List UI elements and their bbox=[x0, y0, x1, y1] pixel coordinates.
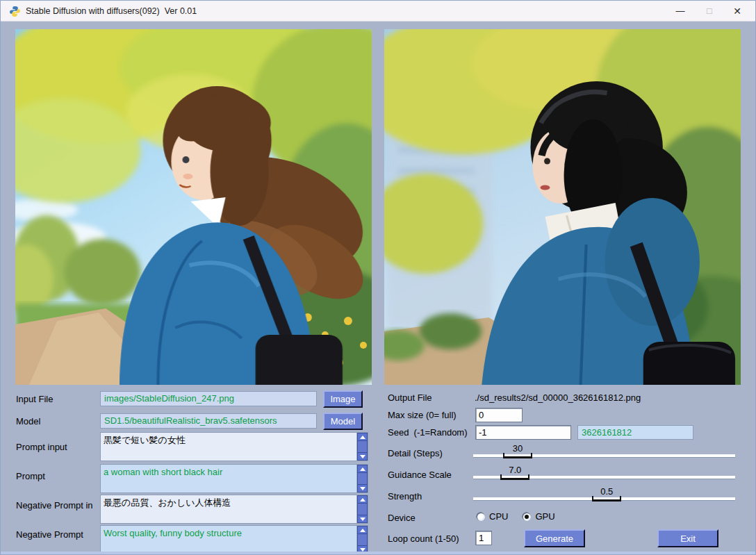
gpu-radio-label[interactable]: GPU bbox=[535, 511, 554, 522]
gpu-radio[interactable] bbox=[522, 512, 531, 521]
max-size-label: Max size (0= full) bbox=[388, 410, 457, 420]
scroll-up-icon[interactable] bbox=[357, 433, 368, 441]
python-app-icon bbox=[9, 6, 21, 17]
strength-slider-value: 0.5 bbox=[593, 486, 621, 497]
app-window: Stable Diffusion with diffusers(092) Ver… bbox=[0, 0, 756, 555]
seed-label: Seed (-1=Random) bbox=[388, 427, 468, 438]
exit-button[interactable]: Exit bbox=[657, 529, 718, 547]
scroll-down-icon[interactable] bbox=[357, 515, 368, 523]
scroll-down-icon[interactable] bbox=[357, 484, 368, 492]
close-button[interactable]: ✕ bbox=[723, 1, 751, 22]
scrollbar[interactable] bbox=[356, 465, 368, 492]
window-title: Stable Diffusion with diffusers(092) Ver… bbox=[26, 1, 197, 22]
output-image-preview bbox=[384, 29, 741, 385]
scrollbar[interactable] bbox=[356, 526, 368, 554]
prompt-label: Prompt bbox=[16, 471, 45, 481]
scrollbar-thumb[interactable] bbox=[357, 441, 368, 452]
loop-count-label: Loop count (1-50) bbox=[388, 533, 459, 544]
window-bottom-edge bbox=[1, 552, 755, 554]
seed-input[interactable]: -1 bbox=[475, 425, 571, 440]
negative-prompt-textarea[interactable]: Worst quality, funny body structure bbox=[100, 525, 368, 554]
prompt-input-label: Prompt input bbox=[16, 442, 67, 452]
strength-slider[interactable]: 0.5 bbox=[473, 486, 735, 504]
scroll-up-icon[interactable] bbox=[357, 465, 368, 473]
scroll-down-icon[interactable] bbox=[357, 452, 368, 461]
minimize-button[interactable]: — bbox=[666, 1, 694, 22]
maximize-button[interactable]: □ bbox=[696, 1, 723, 22]
steps-label: Detail (Steps) bbox=[388, 448, 443, 458]
seed-result-value: 3626161812 bbox=[577, 425, 693, 440]
max-size-input[interactable]: 0 bbox=[475, 408, 523, 422]
negative-prompt-in-textarea[interactable]: 最悪の品質、おかしい人体構造 bbox=[100, 495, 368, 524]
model-button[interactable]: Model bbox=[323, 413, 363, 430]
guidance-label: Guidance Scale bbox=[388, 470, 452, 480]
steps-slider[interactable]: 30 bbox=[473, 442, 735, 461]
steps-slider-handle[interactable] bbox=[503, 453, 532, 458]
device-label: Device bbox=[388, 513, 416, 523]
scroll-up-icon[interactable] bbox=[357, 526, 368, 534]
input-image-preview bbox=[15, 29, 372, 385]
guidance-slider[interactable]: 7.0 bbox=[473, 464, 735, 482]
output-file-label: Output File bbox=[388, 392, 432, 403]
scroll-up-icon[interactable] bbox=[357, 495, 368, 504]
titlebar[interactable]: Stable Diffusion with diffusers(092) Ver… bbox=[1, 1, 755, 22]
cpu-radio-label[interactable]: CPU bbox=[489, 511, 508, 522]
scrollbar-thumb[interactable] bbox=[357, 473, 368, 484]
strength-slider-handle[interactable] bbox=[592, 496, 621, 502]
scrollbar-thumb[interactable] bbox=[357, 534, 368, 545]
input-file-label: Input File bbox=[16, 394, 53, 404]
device-radio-group: CPU GPU bbox=[476, 511, 565, 522]
guidance-slider-handle[interactable] bbox=[500, 474, 529, 480]
output-file-value: ./sd_results2/sd_00000_3626161812.png bbox=[475, 392, 641, 403]
generate-button[interactable]: Generate bbox=[524, 529, 585, 547]
cpu-radio[interactable] bbox=[476, 512, 485, 521]
prompt-input-textarea[interactable]: 黒髪で短い髪の女性 bbox=[100, 432, 368, 461]
model-label: Model bbox=[16, 416, 40, 426]
model-field[interactable]: SD1.5/beautifulRealistic_brav5.safetenso… bbox=[100, 413, 317, 429]
prompt-textarea[interactable]: a woman with short black hair bbox=[100, 464, 368, 493]
negative-prompt-in-label: Negative Prompt in bbox=[16, 500, 93, 511]
negative-prompt-label: Negative Prompt bbox=[16, 529, 83, 540]
image-button[interactable]: Image bbox=[323, 390, 363, 408]
guidance-slider-value: 7.0 bbox=[501, 465, 529, 475]
strength-label: Strength bbox=[388, 491, 422, 502]
scrollbar-thumb[interactable] bbox=[357, 504, 368, 515]
input-file-field[interactable]: images/StableDiffusion_247.png bbox=[100, 391, 317, 406]
steps-slider-value: 30 bbox=[504, 443, 532, 454]
scrollbar[interactable] bbox=[356, 495, 368, 523]
scrollbar[interactable] bbox=[356, 433, 368, 461]
loop-count-input[interactable]: 1 bbox=[475, 531, 492, 545]
